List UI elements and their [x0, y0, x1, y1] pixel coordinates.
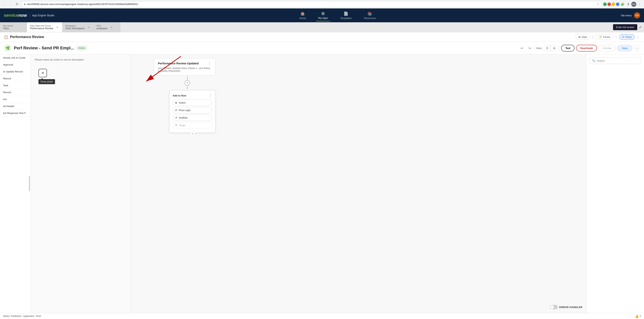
view-label: View:	[536, 47, 542, 49]
action-icon: ⊕	[175, 101, 177, 104]
view-toggle: ☰ ⊞	[544, 45, 558, 51]
view-list-button[interactable]: ☰	[544, 45, 551, 51]
tab-app-home[interactable]: App Home Test1	[0, 22, 27, 32]
forward-button[interactable]: →	[8, 1, 14, 7]
address-icon: ⊕	[24, 3, 26, 6]
panel-item-3[interactable]: Record	[0, 75, 30, 82]
add-to-flow-title: Add to flow ⋮	[172, 93, 212, 98]
tab-data-table[interactable]: Data Table And Forms Performance Review …	[27, 22, 62, 32]
trigger-title: Performance Review Updated	[158, 61, 199, 65]
panel-item-0[interactable]: rknote Link to Conte	[0, 54, 30, 61]
trigger-card: Performance Review Updated ⋮ ance Review…	[154, 58, 216, 75]
flow-toolbar: 🌿 Perf Review - Send PR Empl... Active ↩…	[0, 42, 644, 54]
notification-count: 2	[640, 315, 641, 318]
stage-icon: ⚑	[175, 124, 177, 127]
deactivate-button[interactable]: Deactivate	[576, 45, 597, 51]
error-handler-toggle[interactable]	[550, 305, 558, 309]
nav-templates[interactable]: 📄 Templates	[338, 10, 354, 21]
panel-item-1[interactable]: Approval	[0, 61, 30, 68]
brand-now: now	[18, 13, 27, 18]
fullscreen-button[interactable]: Enter full screen	[613, 24, 637, 30]
user-avatar[interactable]: CU	[634, 12, 640, 18]
panel-item-2[interactable]: or Update Record	[0, 68, 30, 75]
tab-forms[interactable]: 📝 Forms	[596, 34, 613, 40]
trigger-desc: ance Review Updated where (Status s , an…	[158, 67, 212, 72]
add-action-button[interactable]: ⊕ Action	[172, 99, 212, 106]
tab-data-table-close[interactable]: ×	[56, 25, 59, 29]
nav-home[interactable]: 🏠 Home	[297, 10, 308, 21]
tab-forms-more[interactable]: ⋮	[614, 34, 618, 40]
panel-item-5[interactable]: Record	[0, 89, 30, 96]
user-avatar-browser[interactable]: CU	[631, 2, 636, 7]
forms-icon: 📝	[599, 35, 602, 38]
header-tabs: ⊞ Data ⋮ 📝 Forms ⋮ ⟳ Flows ⋮	[576, 34, 640, 40]
extensions-button[interactable]: 🧩	[620, 1, 625, 7]
tab-flows[interactable]: ⟳ Flows	[619, 34, 635, 40]
add-to-flow-more[interactable]: ⋮	[209, 93, 212, 98]
address-bar[interactable]: ⊕ dev259928.service-now.com/now/appengin…	[21, 1, 602, 7]
tab-data-more[interactable]: ⋮	[590, 34, 595, 40]
myapps-icon: ⊞	[322, 11, 325, 16]
red-indicator	[608, 2, 611, 6]
page-header: 📋 Performance Review ⊞ Data ⋮ 📝 Forms ⋮ …	[0, 32, 644, 42]
more-options-button[interactable]: ⋯	[634, 45, 640, 51]
tab-flows-more[interactable]: ⋮	[636, 34, 640, 40]
search-box[interactable]: 🔍	[590, 57, 641, 64]
trigger-card-more[interactable]: ⋮	[208, 61, 212, 66]
tab-workspace[interactable]: Workspace Test1 Workspace ×	[62, 22, 94, 32]
flows-icon: ⟳	[622, 35, 624, 38]
tab-data[interactable]: ⊞ Data	[576, 34, 590, 40]
close-add-to-flow-button[interactable]: ×	[190, 131, 195, 136]
tab-forms-label: Forms	[603, 35, 610, 38]
tab-role[interactable]: Role employee ×	[94, 22, 120, 32]
subflow-icon: ↺	[175, 116, 177, 119]
activate-button[interactable]: Activate	[598, 45, 616, 51]
add-subflow-button[interactable]: ↺ Subflow	[172, 114, 212, 121]
page-title: Performance Review	[10, 35, 44, 39]
tab-data-table-subtitle: Performance Review	[30, 27, 53, 30]
close-picker-button[interactable]: ✕	[38, 69, 47, 77]
back-button[interactable]: ←	[2, 1, 7, 7]
panel-item-7[interactable]: ail Header	[0, 103, 30, 110]
menu-button[interactable]: ⋮	[637, 1, 642, 7]
tab-menu-label: Tab menu	[621, 14, 632, 17]
tab-data-table-content: Data Table And Forms Performance Review	[30, 24, 53, 30]
add-step-button[interactable]: +	[185, 80, 190, 85]
add-flow-logic-button[interactable]: ⇄ Flow Logic	[172, 107, 212, 113]
nav-myapps[interactable]: ⊞ My Apps	[316, 9, 330, 21]
scroll-indicator	[29, 176, 30, 191]
expand-button[interactable]: ⤢	[639, 25, 642, 29]
search-input[interactable]	[597, 59, 638, 62]
status-right: 🔔 2	[635, 315, 641, 318]
nav-resources[interactable]: 📚 Resources	[362, 10, 378, 21]
flow-editor: rknote Link to Conte Approval or Update …	[0, 54, 644, 313]
brand-subtitle: App Engine Studio	[30, 14, 54, 17]
tab-flows-label: Flows	[625, 35, 632, 38]
toolbar-divider-2	[559, 46, 560, 50]
test-button[interactable]: Test	[561, 45, 574, 51]
tab-app-home-title: App Home	[3, 24, 13, 27]
tab-role-close[interactable]: ×	[110, 25, 113, 29]
templates-icon: 📄	[344, 11, 348, 16]
panel-item-4[interactable]: Task	[0, 82, 30, 89]
tab-workspace-close[interactable]: ×	[87, 25, 90, 29]
nav-templates-label: Templates	[340, 17, 352, 19]
bookmark-icon[interactable]: ☆	[597, 3, 599, 5]
notification-bell-icon[interactable]: 🔔	[635, 315, 639, 318]
redo-button[interactable]: ↪	[527, 45, 533, 51]
tab-menu-button[interactable]: Tab menu	[621, 14, 632, 17]
save-button[interactable]: Save	[617, 45, 632, 51]
green-indicator	[603, 2, 607, 6]
top-nav: servicenow App Engine Studio 🏠 Home ⊞ My…	[0, 8, 644, 22]
description-text: Please select an Action to see its descr…	[34, 58, 84, 61]
undo-button[interactable]: ↩	[519, 45, 525, 51]
reload-button[interactable]: ↻	[14, 1, 20, 7]
add-stage-button[interactable]: ⚑ Stage	[172, 122, 212, 128]
download-button[interactable]: ⬇	[626, 1, 631, 7]
panel-item-6[interactable]: ent	[0, 96, 30, 103]
view-grid-button[interactable]: ⊞	[551, 45, 558, 51]
tab-app-home-content: App Home Test1	[3, 24, 13, 30]
data-icon: ⊞	[578, 35, 580, 38]
status-application: Application: Test1	[23, 315, 41, 318]
panel-item-8[interactable]: est Response Text F	[0, 110, 30, 117]
